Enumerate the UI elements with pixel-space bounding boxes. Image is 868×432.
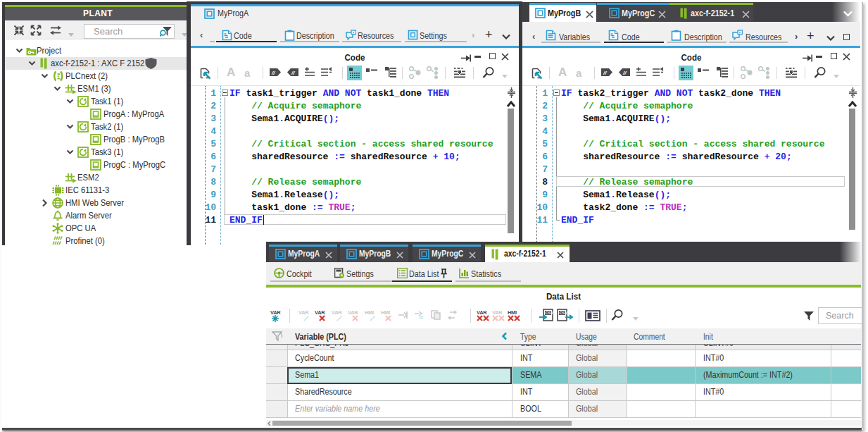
svg-text://: // <box>291 70 295 76</box>
svg-text://: // <box>622 70 627 76</box>
svg-text://: // <box>271 70 275 76</box>
svg-text:CSV: CSV <box>546 311 554 315</box>
svg-text:CSV: CSV <box>560 311 568 315</box>
svg-text://: // <box>603 70 607 76</box>
